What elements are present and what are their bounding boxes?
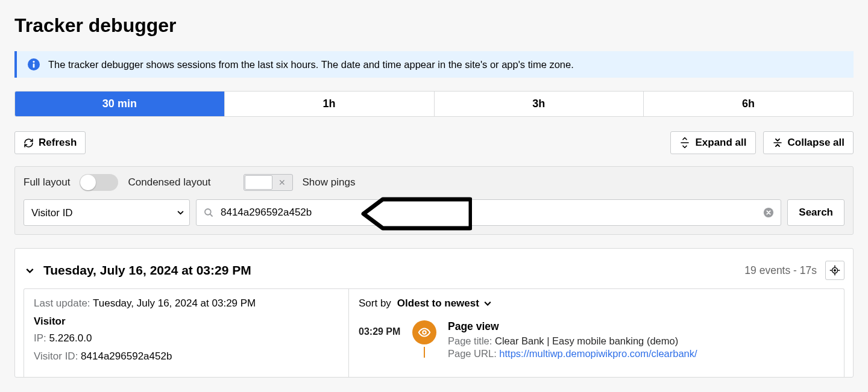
timerange-tab-3h[interactable]: 3h: [435, 92, 644, 116]
visitor-section-title: Visitor: [34, 316, 339, 328]
svg-line-6: [210, 214, 212, 216]
event-row: 03:29 PM Page view Page title: Clear Ban…: [359, 320, 834, 361]
expand-all-label: Expand all: [695, 137, 746, 149]
info-banner: The tracker debugger shows sessions from…: [14, 51, 854, 78]
full-layout-label: Full layout: [24, 176, 70, 188]
session-collapse-toggle[interactable]: [26, 267, 34, 275]
svg-point-14: [423, 331, 426, 334]
svg-point-1: [33, 61, 34, 63]
event-main: Page view Page title: Clear Bank | Easy …: [438, 320, 834, 361]
search-row: Visitor ID Search: [24, 199, 844, 226]
event-icon-column: [410, 320, 438, 358]
visitor-id-line: Visitor ID: 8414a296592a452b: [34, 350, 339, 362]
last-update-line: Last update: Tuesday, July 16, 2024 at 0…: [34, 297, 339, 310]
search-input-wrap: [196, 199, 781, 226]
session-details-panel: Last update: Tuesday, July 16, 2024 at 0…: [24, 288, 349, 377]
chevron-down-icon: [484, 300, 491, 307]
svg-point-9: [834, 270, 835, 271]
sort-select[interactable]: Oldest to newest: [397, 297, 491, 310]
target-icon: [829, 265, 840, 276]
sort-by-label: Sort by: [359, 297, 391, 310]
refresh-button[interactable]: Refresh: [14, 131, 86, 154]
page-title: Tracker debugger: [14, 14, 854, 37]
show-pings-toggle[interactable]: ✕: [244, 174, 293, 191]
collapse-icon: [772, 137, 783, 148]
show-pings-thumb: [245, 175, 272, 190]
collapse-all-button[interactable]: Collapse all: [763, 131, 854, 154]
expand-icon: [679, 137, 690, 148]
page-view-icon: [412, 320, 436, 344]
search-field-select-wrap[interactable]: Visitor ID: [24, 199, 190, 226]
event-title: Page view: [448, 320, 834, 333]
clear-search-icon[interactable]: [763, 207, 774, 218]
refresh-label: Refresh: [39, 137, 77, 149]
event-page-title-line: Page title: Clear Bank | Easy mobile ban…: [448, 335, 834, 347]
session-focus-button[interactable]: [825, 261, 844, 280]
show-pings-label: Show pings: [303, 176, 356, 188]
session-card: Tuesday, July 16, 2024 at 03:29 PM 19 ev…: [14, 248, 854, 378]
visitor-id-label: Visitor ID:: [34, 350, 81, 362]
event-page-url-line: Page URL: https://multiwp.demopiwikpro.c…: [448, 348, 834, 359]
session-events-panel: Sort by Oldest to newest 03:29 PM: [349, 288, 844, 377]
timerange-tab-1h[interactable]: 1h: [225, 92, 435, 116]
event-time: 03:29 PM: [359, 320, 410, 337]
actions-row: Refresh Expand all Collapse all: [14, 131, 854, 154]
last-update-value: Tuesday, July 16, 2024 at 03:29 PM: [93, 297, 256, 309]
timeline-line: [424, 347, 425, 358]
expand-all-button[interactable]: Expand all: [670, 131, 755, 154]
search-button[interactable]: Search: [787, 199, 844, 226]
ip-line: IP: 5.226.0.0: [34, 332, 339, 344]
session-header: Tuesday, July 16, 2024 at 03:29 PM 19 ev…: [24, 261, 844, 280]
layout-toggle[interactable]: [80, 174, 118, 191]
event-page-title-value: Clear Bank | Easy mobile banking (demo): [495, 335, 678, 346]
session-events-count: 19 events - 17s: [744, 264, 817, 277]
timerange-tab-6h[interactable]: 6h: [644, 92, 853, 116]
search-button-label: Search: [799, 207, 833, 219]
session-heading: Tuesday, July 16, 2024 at 03:29 PM: [43, 263, 744, 278]
info-icon: [28, 58, 40, 70]
svg-rect-2: [33, 63, 35, 67]
session-body: Last update: Tuesday, July 16, 2024 at 0…: [24, 288, 844, 377]
event-page-title-label: Page title:: [448, 335, 495, 346]
info-banner-text: The tracker debugger shows sessions from…: [48, 59, 574, 70]
filter-panel: Full layout Condensed layout ✕ Show ping…: [14, 166, 854, 235]
condensed-layout-label: Condensed layout: [128, 176, 210, 188]
sort-value: Oldest to newest: [397, 297, 479, 310]
search-icon: [203, 207, 214, 218]
timerange-tab-30min[interactable]: 30 min: [15, 92, 225, 116]
search-input[interactable]: [196, 199, 781, 226]
collapse-all-label: Collapse all: [788, 137, 844, 149]
layout-toggle-thumb: [80, 175, 96, 190]
sort-row: Sort by Oldest to newest: [359, 297, 834, 310]
timerange-tabs: 30 min 1h 3h 6h: [14, 91, 854, 117]
last-update-label: Last update:: [34, 297, 93, 309]
refresh-icon: [24, 138, 34, 148]
ip-value: 5.226.0.0: [49, 332, 92, 344]
close-icon: ✕: [272, 178, 292, 187]
search-field-select[interactable]: Visitor ID: [24, 199, 190, 226]
layout-row: Full layout Condensed layout ✕ Show ping…: [24, 174, 844, 191]
event-page-url-label: Page URL:: [448, 348, 499, 359]
event-page-url-link[interactable]: https://multiwp.demopiwikpro.com/clearba…: [499, 348, 697, 359]
visitor-id-value: 8414a296592a452b: [81, 350, 172, 362]
ip-label: IP:: [34, 332, 49, 344]
